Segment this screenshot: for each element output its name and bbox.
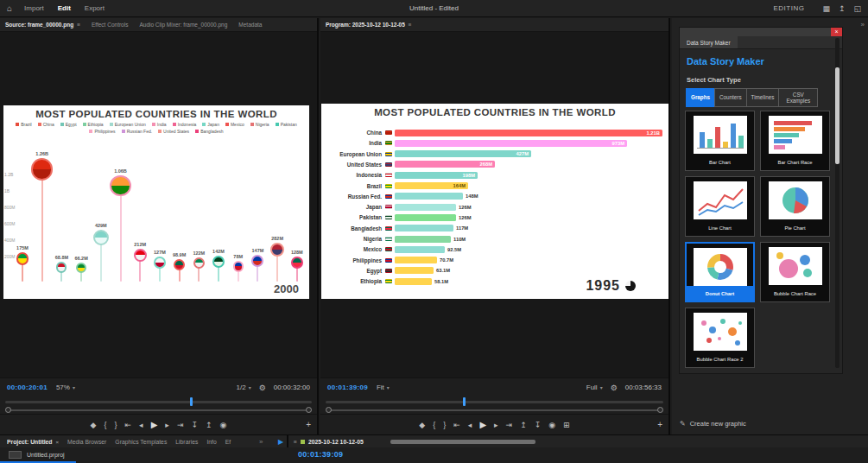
timeline-play-icon[interactable]: ▶ [278, 438, 283, 446]
tab-libraries[interactable]: Libraries [175, 439, 198, 445]
extract-button[interactable]: ↧ [535, 421, 542, 429]
legend-swatch [122, 130, 125, 133]
extension-scrollbar[interactable] [835, 38, 839, 368]
tab-metadata[interactable]: Metadata [238, 22, 262, 28]
source-zoom-select[interactable]: 57%▾ [56, 384, 75, 391]
extension-titlebar[interactable]: × [680, 28, 842, 36]
panel-menu-icon[interactable]: ≡ [409, 22, 412, 28]
chart-card-line-chart[interactable]: Line Chart [685, 176, 755, 237]
tabs-overflow-icon[interactable]: » [259, 438, 263, 446]
close-icon[interactable]: × [56, 440, 60, 445]
settings-wrench-icon[interactable]: ⚙ [611, 384, 618, 392]
close-icon[interactable]: × [831, 28, 842, 36]
chart-type-tab-csv-examples[interactable]: CSV Examples [778, 88, 818, 107]
chart-card-donut-chart[interactable]: Donut Chart [685, 242, 755, 302]
tab-audio-clip-mixer-frame-00000-png[interactable]: Audio Clip Mixer: frame_00000.png [139, 22, 227, 28]
panel-menu-icon[interactable]: ≡ [294, 439, 297, 445]
menu-import[interactable]: Import [24, 4, 44, 12]
bar-row-philippines: Philippines 70.7M [326, 256, 663, 265]
chart-type-tab-graphs[interactable]: Graphs [686, 88, 715, 107]
panel-overflow-icon[interactable]: » [861, 21, 865, 29]
tab-media-browser[interactable]: Media Browser [67, 439, 106, 445]
workspace-mode-label[interactable]: EDITING [773, 4, 804, 12]
chart-card-bar-chart-race[interactable]: Bar Chart Race [760, 111, 830, 171]
mark-out-button[interactable]: } [115, 421, 117, 429]
source-viewer[interactable]: MOST POPULATED COUNTRIES IN THE WORLD Br… [0, 32, 317, 377]
clip-thumbnail-icon [9, 451, 22, 459]
quick-export-icon[interactable]: ↥ [839, 4, 846, 13]
bar-row-japan: Japan 126M [326, 202, 663, 212]
bar-country-label: Nigeria [326, 236, 382, 242]
settings-wrench-icon[interactable]: ⚙ [259, 384, 266, 392]
fullscreen-icon[interactable]: ◱ [853, 4, 861, 13]
source-scrubber[interactable] [0, 396, 317, 407]
chart-card-pie-chart[interactable]: Pie Chart [760, 176, 830, 237]
zoom-handle-left[interactable] [5, 407, 11, 413]
tab-timeline-sequence[interactable]: ≡ 2025-10-12 10-12-05 [294, 435, 364, 447]
tab-project-untitled[interactable]: Project: Untitled× [7, 439, 59, 445]
tab-ef[interactable]: Ef [225, 439, 231, 445]
chart-card-bar-chart[interactable]: Bar Chart [685, 111, 755, 171]
step-back-button[interactable]: ◂ [468, 421, 472, 429]
step-back-button[interactable]: ◂ [139, 421, 143, 429]
program-playhead[interactable] [463, 397, 466, 406]
tab-data-story-maker[interactable]: Data Story Maker [680, 36, 738, 48]
chart-card-bubble-chart-race[interactable]: Bubble Chart Race [760, 242, 830, 302]
source-zoom-scrollbar[interactable] [5, 407, 312, 414]
step-forward-button[interactable]: ▸ [165, 421, 169, 429]
panel-menu-icon[interactable]: ≡ [77, 22, 80, 28]
play-button[interactable]: ▶ [479, 420, 486, 429]
button-editor-plus[interactable]: + [657, 420, 662, 429]
go-to-in-button[interactable]: ⇤ [453, 421, 460, 429]
mark-in-button[interactable]: { [105, 421, 107, 429]
project-list-item[interactable]: Untitled.prproj [9, 451, 65, 459]
scrollbar-thumb[interactable] [835, 67, 839, 164]
timeline-timecode[interactable]: 00:01:39:09 [298, 450, 343, 459]
mark-in-button[interactable]: { [433, 421, 435, 429]
program-scrubber-track[interactable] [326, 401, 663, 403]
chart-type-tab-counters[interactable]: Counters [714, 88, 747, 107]
program-viewer[interactable]: MOST POPULATED COUNTRIES IN THE WORLD Ch… [320, 32, 668, 377]
source-scrubber-track[interactable] [5, 401, 312, 403]
zoom-handle-right[interactable] [657, 407, 663, 413]
program-zoom-scrollbar[interactable] [326, 407, 663, 414]
go-to-out-button[interactable]: ⇥ [177, 421, 184, 429]
export-frame-button[interactable]: ◉ [220, 421, 227, 429]
zoom-handle-left[interactable] [326, 407, 332, 413]
program-zoom-select[interactable]: Fit▾ [377, 384, 390, 391]
export-frame-button[interactable]: ◉ [548, 421, 555, 429]
country-bubble-mexico [174, 259, 185, 270]
add-marker-button[interactable]: ◆ [419, 421, 425, 429]
chart-type-tab-timelines[interactable]: Timelines [746, 88, 780, 107]
create-new-graphic-button[interactable]: ✎ Create new graphic [680, 420, 746, 428]
workspaces-icon[interactable]: ▦ [822, 4, 830, 13]
go-to-in-button[interactable]: ⇤ [125, 421, 132, 429]
overwrite-button[interactable]: ↥ [206, 421, 212, 429]
home-icon[interactable]: ⌂ [7, 4, 12, 13]
lift-button[interactable]: ↥ [520, 421, 527, 429]
tab-effect-controls[interactable]: Effect Controls [92, 22, 129, 28]
tab-info[interactable]: Info [206, 439, 216, 445]
tab-source-frame-00000-png[interactable]: Source: frame_00000.png≡ [5, 22, 80, 28]
menu-edit[interactable]: Edit [58, 4, 71, 12]
menu-export[interactable]: Export [85, 4, 105, 12]
mark-out-button[interactable]: } [443, 421, 446, 429]
chart-card-bubble-chart-race-2[interactable]: Bubble Chart Race 2 [685, 308, 755, 368]
program-resolution-select[interactable]: Full▾ [586, 384, 603, 391]
play-button[interactable]: ▶ [151, 420, 158, 429]
source-playhead[interactable] [190, 397, 193, 406]
source-timecode[interactable]: 00:00:20:01 [7, 384, 48, 391]
add-marker-button[interactable]: ◆ [91, 421, 97, 429]
program-timecode[interactable]: 00:01:39:09 [327, 384, 368, 391]
source-resolution-select[interactable]: 1/2▾ [237, 384, 251, 391]
go-to-out-button[interactable]: ⇥ [506, 421, 513, 429]
tab-program[interactable]: Program: 2025-10-12 10-12-05≡ [326, 22, 412, 28]
timeline-horizontal-scrollbar[interactable] [390, 440, 535, 444]
insert-button[interactable]: ↧ [191, 421, 198, 429]
button-editor-plus[interactable]: + [306, 420, 311, 429]
zoom-handle-right[interactable] [306, 407, 312, 413]
step-forward-button[interactable]: ▸ [494, 421, 498, 429]
comparison-view-button[interactable]: ⊞ [563, 421, 570, 429]
tab-graphics-templates[interactable]: Graphics Templates [115, 439, 167, 445]
program-scrubber[interactable] [320, 396, 668, 407]
